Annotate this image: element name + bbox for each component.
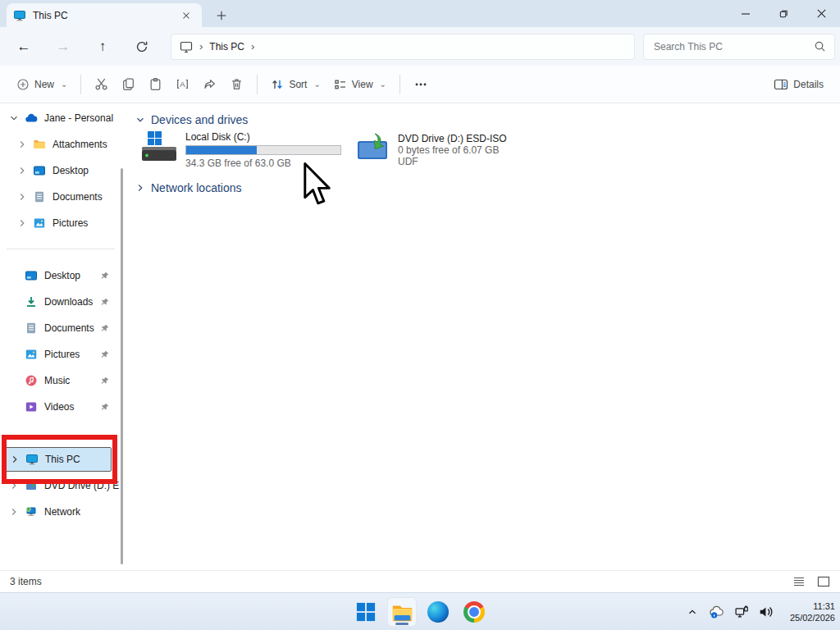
details-pane-button[interactable]: Details (767, 73, 830, 96)
chevron-down-icon: ⌄ (61, 80, 67, 89)
start-button[interactable] (351, 597, 381, 627)
group-header-label[interactable]: Devices and drives (151, 113, 248, 126)
sidebar-item-music[interactable]: Music (0, 368, 125, 393)
more-options-button[interactable] (407, 72, 435, 97)
breadcrumb-chevron-icon[interactable]: › (251, 40, 254, 52)
paste-button[interactable] (142, 72, 169, 96)
chevron-down-icon: ⌄ (313, 80, 320, 89)
new-button[interactable]: New ⌄ (10, 73, 74, 96)
sidebar-item-label: Documents (52, 191, 103, 203)
tray-time: 11:31 (783, 600, 835, 612)
sidebar-item-label: Music (44, 375, 70, 386)
rename-button[interactable]: A (169, 72, 196, 96)
new-button-label: New (34, 79, 54, 90)
up-button[interactable]: ↑ (89, 33, 116, 61)
disk-usage-bar (185, 145, 341, 155)
drive-name: DVD Drive (D:) ESD-ISO (398, 133, 507, 144)
sidebar-item-desktop[interactable]: Desktop (0, 263, 125, 288)
plus-circle-icon (16, 78, 30, 91)
tab-close-icon[interactable] (177, 7, 195, 25)
volume-icon[interactable] (758, 604, 774, 620)
chevron-right-icon[interactable] (16, 217, 28, 229)
sidebar-item-downloads[interactable]: Downloads (0, 290, 125, 314)
dvd-drive-tile[interactable]: DVD Drive (D:) ESD-ISO 0 bytes free of 6… (357, 133, 507, 167)
sidebar-item-label: Desktop (52, 165, 89, 176)
downloads-icon (25, 295, 38, 308)
sidebar-item-onedrive[interactable]: Jane - Personal (0, 106, 125, 130)
sidebar-item-label: Videos (44, 401, 74, 413)
taskbar-clock[interactable]: 11:31 25/02/2026 (783, 600, 835, 623)
sidebar-divider (7, 249, 115, 249)
chevron-right-icon[interactable] (8, 506, 20, 518)
taskbar-chrome[interactable] (459, 597, 489, 627)
forward-button[interactable]: → (49, 33, 77, 61)
sidebar-item-pictures[interactable]: Pictures (0, 342, 125, 367)
close-button[interactable] (802, 0, 840, 27)
onedrive-tray-icon[interactable] (709, 604, 725, 620)
pictures-icon (25, 348, 38, 361)
chevron-right-icon[interactable] (16, 191, 28, 203)
search-icon[interactable] (814, 40, 826, 52)
cut-button[interactable] (88, 72, 115, 96)
edge-icon (427, 601, 449, 623)
sidebar-item-label: Attachments (52, 139, 107, 150)
minimize-button[interactable] (727, 0, 765, 27)
view-button-label: View (352, 79, 373, 90)
chevron-right-icon[interactable] (135, 182, 146, 194)
document-icon (25, 322, 38, 335)
sidebar-item-network[interactable]: Network (0, 500, 125, 524)
search-input[interactable] (652, 40, 814, 53)
network-tray-icon[interactable] (733, 604, 750, 620)
file-explorer-window: This PC ← → ↑ › This PC › (0, 0, 840, 630)
explorer-tab[interactable]: This PC (7, 3, 202, 27)
thumbnails-view-icon[interactable] (817, 576, 830, 587)
search-box[interactable] (643, 34, 835, 60)
sort-button[interactable]: Sort ⌄ (264, 73, 326, 96)
taskbar-file-explorer[interactable] (387, 597, 417, 627)
chevron-down-icon[interactable] (135, 114, 146, 126)
sidebar-scrollbar[interactable] (121, 168, 123, 564)
address-bar[interactable]: › This PC › (171, 34, 635, 60)
dvd-drive-icon (357, 133, 390, 161)
onedrive-cloud-icon (25, 112, 38, 125)
mouse-cursor (302, 162, 335, 208)
view-button[interactable]: View ⌄ (327, 73, 393, 96)
sidebar-item-documents[interactable]: Documents (0, 316, 125, 340)
sidebar-item-attachments[interactable]: Attachments (0, 132, 125, 157)
sidebar-item-onedrive-documents[interactable]: Documents (0, 185, 125, 209)
maximize-restore-button[interactable] (765, 0, 802, 27)
pin-icon (99, 323, 110, 334)
sidebar-item-videos[interactable]: Videos (0, 395, 125, 419)
desktop-icon (25, 269, 38, 282)
taskbar-edge[interactable] (423, 597, 453, 627)
windows-logo-icon (356, 602, 376, 622)
devices-and-drives-group[interactable]: Devices and drives (135, 113, 248, 126)
breadcrumb-chevron-icon: › (199, 40, 203, 52)
tray-chevron-up-icon[interactable] (684, 604, 701, 620)
chevron-right-icon[interactable] (16, 165, 28, 176)
system-tray: 11:31 25/02/2026 (684, 593, 835, 630)
this-pc-breadcrumb-icon (180, 40, 193, 53)
sidebar-item-onedrive-desktop[interactable]: Desktop (0, 158, 125, 183)
breadcrumb-this-pc[interactable]: This PC (209, 41, 244, 52)
titlebar: This PC (0, 0, 840, 27)
pin-icon (99, 402, 110, 413)
network-locations-group[interactable]: Network locations (135, 181, 242, 194)
disk-usage-fill (186, 146, 257, 154)
copy-button[interactable] (115, 72, 142, 96)
sidebar-item-onedrive-pictures[interactable]: Pictures (0, 211, 125, 235)
details-view-icon[interactable] (792, 576, 806, 587)
back-button[interactable]: ← (10, 33, 38, 61)
chevron-down-icon: ⌄ (380, 80, 386, 89)
pictures-icon (33, 217, 46, 230)
refresh-button[interactable] (128, 33, 156, 61)
delete-button[interactable] (223, 72, 250, 96)
sidebar-item-label: Jane - Personal (44, 112, 113, 124)
active-app-indicator (395, 623, 409, 625)
share-button[interactable] (196, 72, 223, 96)
tab-title: This PC (33, 10, 177, 21)
new-tab-button[interactable] (212, 6, 231, 25)
group-header-label[interactable]: Network locations (151, 181, 242, 194)
chevron-down-icon[interactable] (8, 112, 20, 124)
chevron-right-icon[interactable] (16, 139, 28, 150)
